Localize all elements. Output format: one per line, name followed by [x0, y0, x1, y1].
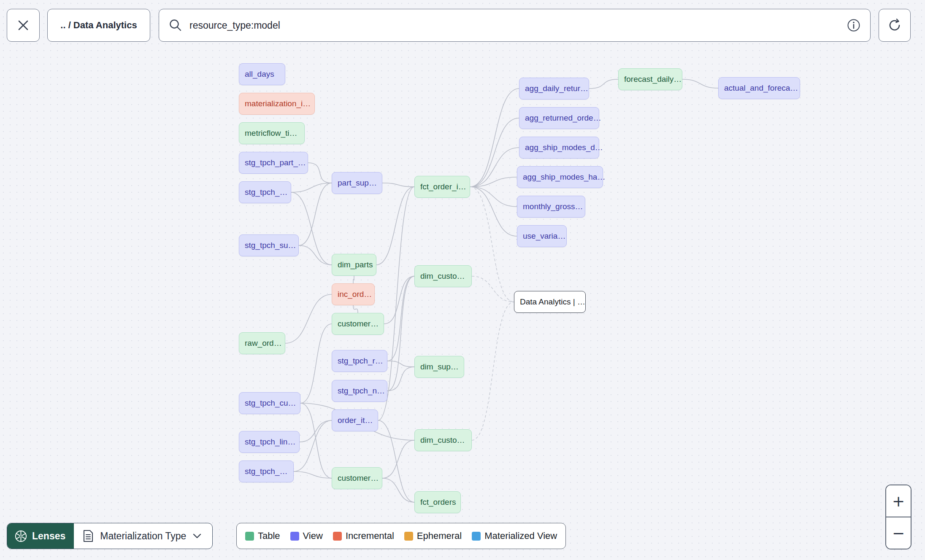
- graph-node-all_days[interactable]: all_days: [239, 63, 285, 85]
- legend-label: Ephemeral: [417, 530, 462, 541]
- graph-node-stg_r[interactable]: stg_tpch_r…: [332, 350, 387, 372]
- legend-label: Incremental: [346, 530, 394, 541]
- breadcrumb[interactable]: .. / Data Analytics: [47, 9, 150, 42]
- lens-selector-label: Materialization Type: [100, 530, 186, 542]
- legend-label: Table: [258, 530, 280, 541]
- graph-node-actual_forecast[interactable]: actual_and_foreca…: [718, 77, 800, 99]
- edge: [353, 305, 358, 313]
- edge: [382, 183, 414, 187]
- legend-swatch: [290, 532, 299, 541]
- zoom-controls: + −: [885, 485, 911, 549]
- legend-item-incremental: Incremental: [333, 530, 394, 541]
- chevron-down-icon: [192, 533, 202, 539]
- materialization-legend: TableViewIncrementalEphemeralMaterialize…: [236, 523, 566, 549]
- edge: [299, 183, 332, 245]
- graph-node-stg_n[interactable]: stg_tpch_n…: [332, 380, 387, 402]
- edge: [470, 89, 519, 187]
- graph-node-agg_ship_d[interactable]: agg_ship_modes_d…: [519, 137, 599, 159]
- graph-node-raw_ord[interactable]: raw_ord…: [239, 332, 285, 354]
- legend-item-view: View: [290, 530, 323, 541]
- graph-node-materialization[interactable]: materialization_i…: [239, 93, 315, 115]
- edge: [285, 294, 332, 343]
- legend-swatch: [404, 532, 413, 541]
- refresh-button[interactable]: [879, 9, 911, 42]
- lineage-canvas[interactable]: all_daysmaterialization_i…metricflow_ti……: [0, 0, 925, 560]
- edge: [470, 187, 517, 207]
- legend-label: Materialized View: [484, 530, 557, 541]
- refresh-icon: [887, 17, 903, 33]
- edge: [299, 245, 332, 265]
- edge: [376, 187, 414, 265]
- lenses-button[interactable]: Lenses: [7, 523, 74, 549]
- close-button[interactable]: [7, 9, 40, 42]
- zoom-in-button[interactable]: +: [886, 485, 911, 517]
- edge: [387, 367, 414, 391]
- info-icon[interactable]: [847, 18, 861, 32]
- graph-node-customer1[interactable]: customer…: [332, 313, 384, 335]
- legend-label: View: [303, 530, 323, 541]
- graph-node-metricflow[interactable]: metricflow_ti…: [239, 122, 305, 144]
- edge-dashed: [472, 276, 514, 302]
- graph-node-inc_ord[interactable]: inc_ord…: [332, 283, 375, 305]
- lenses-label: Lenses: [32, 530, 65, 542]
- legend-swatch: [245, 532, 254, 541]
- edge: [308, 163, 332, 183]
- graph-node-stg_tpch2[interactable]: stg_tpch_…: [239, 460, 294, 482]
- edge: [378, 420, 414, 502]
- graph-node-dim_custo1[interactable]: dim_custo…: [414, 265, 472, 287]
- graph-node-stg_part[interactable]: stg_tpch_part_…: [239, 152, 308, 174]
- graph-node-dim_sup[interactable]: dim_sup…: [414, 356, 464, 378]
- graph-node-dim_parts[interactable]: dim_parts: [332, 254, 376, 276]
- edge-dashed: [472, 302, 514, 440]
- graph-node-agg_daily[interactable]: agg_daily_retur…: [519, 78, 589, 100]
- edge: [682, 79, 718, 88]
- edge: [387, 276, 414, 361]
- graph-node-agg_ship_ha[interactable]: agg_ship_modes_ha…: [517, 166, 603, 188]
- edge: [300, 403, 332, 478]
- graph-node-customer2[interactable]: customer…: [332, 467, 382, 489]
- search-bar[interactable]: [159, 9, 871, 42]
- document-icon: [82, 530, 94, 542]
- breadcrumb-label: .. / Data Analytics: [60, 20, 137, 31]
- graph-node-exposure[interactable]: Data Analytics | …: [514, 291, 586, 313]
- graph-node-stg_sup[interactable]: stg_tpch_su…: [239, 234, 299, 256]
- lens-selector[interactable]: Materialization Type: [74, 523, 212, 549]
- search-icon: [168, 18, 183, 32]
- graph-node-fct_order_i[interactable]: fct_order_i…: [414, 176, 470, 198]
- search-input[interactable]: [189, 20, 847, 31]
- graph-node-stg_tpch1[interactable]: stg_tpch_…: [239, 181, 291, 203]
- legend-item-materialized-view: Materialized View: [472, 530, 557, 541]
- graph-node-forecast_daily[interactable]: forecast_daily…: [618, 68, 682, 90]
- legend-item-table: Table: [245, 530, 280, 541]
- edge: [470, 177, 517, 187]
- graph-node-fct_orders[interactable]: fct_orders: [414, 491, 461, 513]
- edge: [382, 478, 414, 502]
- edge: [589, 79, 618, 89]
- graph-node-agg_returned[interactable]: agg_returned_orde…: [519, 107, 599, 129]
- legend-item-ephemeral: Ephemeral: [404, 530, 462, 541]
- legend-swatch: [472, 532, 481, 541]
- edge-dashed: [470, 187, 514, 302]
- edge: [470, 118, 519, 187]
- graph-node-stg_cu[interactable]: stg_tpch_cu…: [239, 392, 300, 414]
- lens-control: Lenses Materialization Type: [7, 523, 213, 549]
- zoom-out-button[interactable]: −: [886, 517, 911, 549]
- edge: [353, 276, 354, 283]
- graph-node-use_varia[interactable]: use_varia…: [517, 225, 567, 247]
- close-icon: [17, 19, 30, 32]
- aperture-icon: [14, 530, 27, 543]
- graph-node-order_it[interactable]: order_it…: [332, 409, 378, 431]
- legend-swatch: [333, 532, 342, 541]
- graph-node-dim_custo2[interactable]: dim_custo…: [414, 429, 472, 451]
- graph-node-stg_lin[interactable]: stg_tpch_lin…: [239, 431, 300, 453]
- edge: [384, 276, 414, 324]
- edge: [300, 324, 332, 403]
- graph-node-monthly_gross[interactable]: monthly_gross…: [517, 196, 585, 218]
- graph-node-part_sup[interactable]: part_sup…: [332, 172, 382, 194]
- edge: [470, 187, 517, 236]
- edge: [291, 183, 332, 192]
